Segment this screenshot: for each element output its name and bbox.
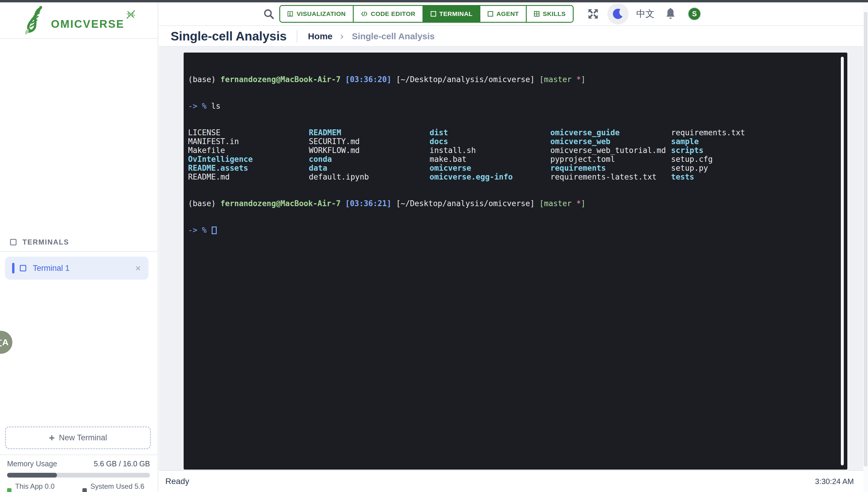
tab-label: TERMINAL bbox=[439, 10, 473, 18]
file-entry: requirements.txt bbox=[671, 128, 745, 137]
terminals-title: TERMINALS bbox=[22, 238, 69, 246]
breadcrumb-current: Single-cell Analysis bbox=[352, 31, 435, 41]
status-text: Ready bbox=[165, 477, 189, 486]
terminal-cursor bbox=[212, 226, 217, 234]
memory-legend: This App 0.0 GB System Used 5.6 GB bbox=[7, 482, 150, 492]
file-row: README.mddefault.ipynbomicverse.egg-info… bbox=[188, 172, 839, 181]
plus-icon: + bbox=[49, 432, 55, 444]
logo[interactable]: OMICVERSE bbox=[0, 2, 158, 39]
user-avatar[interactable]: S bbox=[688, 7, 701, 21]
moon-icon bbox=[611, 7, 624, 20]
tab-visualization[interactable]: VISUALIZATION bbox=[280, 6, 354, 22]
directory-entry: READMEM bbox=[309, 128, 430, 137]
tab-skills[interactable]: SKILLS bbox=[527, 6, 573, 22]
terminal-scrollbar[interactable] bbox=[841, 57, 844, 465]
code-icon bbox=[361, 11, 368, 17]
directory-entry: README.assets bbox=[188, 164, 309, 172]
file-entry: pyproject.toml bbox=[550, 155, 671, 164]
notifications-button[interactable] bbox=[663, 7, 678, 21]
terminals-section-header: TERMINALS bbox=[0, 233, 158, 252]
ls-output: LICENSEREADMEMdistomicverse_guiderequire… bbox=[188, 128, 839, 181]
file-entry: setup.cfg bbox=[671, 155, 713, 164]
directory-entry: omicverse.egg-info bbox=[430, 172, 550, 181]
new-terminal-label: New Terminal bbox=[59, 433, 107, 442]
tab-terminal[interactable]: TERMINAL bbox=[424, 6, 481, 22]
page-scrollbar[interactable] bbox=[863, 2, 868, 492]
chevron-right-icon: › bbox=[340, 30, 343, 42]
memory-progress-fill bbox=[7, 473, 57, 477]
directory-entry: data bbox=[309, 164, 430, 172]
expand-arrows-icon bbox=[587, 8, 599, 20]
header-actions: 中文 S bbox=[586, 3, 701, 25]
system-legend-swatch bbox=[82, 488, 87, 492]
file-entry: LICENSE bbox=[188, 128, 309, 137]
directory-entry: omicverse bbox=[430, 164, 550, 172]
directory-entry: conda bbox=[309, 155, 430, 164]
file-row: MakefileWORKFLOW.mdinstall.shomicverse_w… bbox=[188, 146, 839, 155]
tab-label: SKILLS bbox=[543, 10, 566, 18]
dna-logo-icon bbox=[22, 6, 49, 35]
fullscreen-button[interactable] bbox=[586, 7, 600, 21]
tab-label: VISUALIZATION bbox=[297, 10, 346, 18]
prompt-line: (base) fernandozeng@MacBook-Air-7 [03:36… bbox=[188, 75, 839, 84]
page-header: Single-cell Analysis Home › Single-cell … bbox=[159, 27, 868, 47]
memory-usage-label: Memory Usage bbox=[7, 460, 57, 468]
page-scrollbar-thumb[interactable] bbox=[864, 12, 867, 467]
file-entry: default.ipynb bbox=[309, 172, 430, 181]
terminal-window-icon bbox=[20, 265, 26, 271]
memory-progress-track bbox=[7, 473, 150, 477]
system-legend-label: System Used 5.6 GB bbox=[90, 482, 150, 492]
file-entry: SECURITY.md bbox=[309, 137, 430, 146]
search-icon bbox=[263, 8, 275, 20]
view-tab-group: VISUALIZATION CODE EDITOR TERMINAL AGENT bbox=[279, 5, 573, 23]
search-button[interactable] bbox=[262, 7, 275, 20]
page-title: Single-cell Analysis bbox=[171, 29, 287, 43]
directory-entry: sample bbox=[671, 137, 699, 146]
prompt-line: (base) fernandozeng@MacBook-Air-7 [03:36… bbox=[188, 199, 839, 208]
app-legend-swatch bbox=[7, 488, 11, 492]
agent-icon bbox=[487, 11, 493, 17]
terminal-panel[interactable]: (base) fernandozeng@MacBook-Air-7 [03:36… bbox=[184, 53, 847, 470]
status-clock: 3:30:24 AM bbox=[815, 477, 854, 486]
window-top-strip bbox=[0, 0, 868, 2]
terminals-icon bbox=[10, 239, 17, 245]
sidebar: OMICVERSE TERMINALS Terminal 1 × 文A + Ne… bbox=[0, 2, 158, 492]
dark-mode-toggle[interactable] bbox=[607, 3, 629, 25]
command-line: -> % ls bbox=[188, 102, 839, 110]
tab-agent[interactable]: AGENT bbox=[480, 6, 527, 22]
active-indicator bbox=[12, 263, 15, 273]
divider bbox=[0, 454, 158, 455]
chart-icon bbox=[287, 10, 294, 17]
file-entry: MANIFEST.in bbox=[188, 137, 309, 146]
app-legend-label: This App 0.0 GB bbox=[15, 482, 61, 492]
new-terminal-button[interactable]: + New Terminal bbox=[5, 426, 151, 449]
file-entry: requirements-latest.txt bbox=[550, 172, 671, 181]
language-switcher[interactable]: 中文 bbox=[636, 8, 655, 20]
file-entry: install.sh bbox=[430, 146, 550, 155]
breadcrumb-home[interactable]: Home bbox=[308, 31, 332, 41]
close-terminal-icon[interactable]: × bbox=[135, 264, 141, 273]
file-entry: make.bat bbox=[430, 155, 550, 164]
tab-label: CODE EDITOR bbox=[371, 10, 415, 18]
directory-entry: tests bbox=[671, 172, 694, 181]
translate-fab[interactable]: 文A bbox=[0, 331, 12, 354]
top-toolbar: VISUALIZATION CODE EDITOR TERMINAL AGENT bbox=[159, 2, 868, 26]
file-entry: setup.py bbox=[671, 164, 708, 172]
file-entry: Makefile bbox=[188, 146, 309, 155]
memory-usage-value: 5.6 GB / 16.0 GB bbox=[94, 460, 150, 468]
memory-usage-widget: Memory Usage 5.6 GB / 16.0 GB This App 0… bbox=[7, 460, 150, 492]
terminal-output: (base) fernandozeng@MacBook-Air-7 [03:36… bbox=[188, 57, 839, 252]
file-entry: README.md bbox=[188, 172, 309, 181]
status-bar: Ready 3:30:24 AM bbox=[159, 470, 868, 492]
sidebar-item-terminal-1[interactable]: Terminal 1 × bbox=[5, 256, 149, 280]
file-entry: WORKFLOW.md bbox=[309, 146, 430, 155]
tab-label: AGENT bbox=[496, 10, 519, 18]
directory-entry: dist bbox=[430, 128, 550, 137]
skills-grid-icon bbox=[534, 11, 540, 17]
tab-code-editor[interactable]: CODE EDITOR bbox=[354, 6, 424, 22]
file-row: OvIntelligencecondamake.batpyproject.tom… bbox=[188, 155, 839, 164]
file-row: LICENSEREADMEMdistomicverse_guiderequire… bbox=[188, 128, 839, 137]
directory-entry: omicverse_web bbox=[550, 137, 671, 146]
cursor-line: -> % bbox=[188, 226, 839, 235]
logo-text: OMICVERSE bbox=[51, 18, 124, 30]
